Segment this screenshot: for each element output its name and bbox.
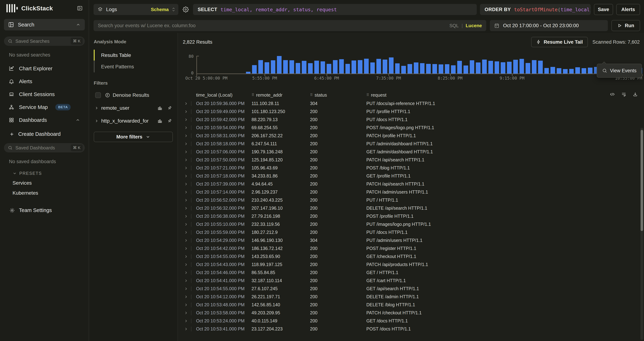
table-row[interactable]: Oct 20 10:57:39.000 PM4.94.64.45200PATCH… (183, 180, 638, 188)
table-row[interactable]: Oct 20 10:59:49.000 PM101.180.123.250200… (183, 108, 638, 116)
histogram-bar[interactable] (376, 59, 381, 74)
row-expand-chevron-icon[interactable] (184, 270, 188, 275)
histogram-bar[interactable] (408, 64, 412, 74)
histogram-bar[interactable] (302, 61, 306, 74)
histogram-bar[interactable] (327, 64, 331, 74)
mode-event-patterns[interactable]: Event Patterns (95, 61, 134, 72)
row-expand-chevron-icon[interactable] (184, 230, 188, 234)
histogram-bar[interactable] (389, 58, 394, 74)
sidebar-item-client-sessions[interactable]: Client Sessions (4, 88, 85, 101)
drag-handle-icon[interactable]: ⠿ (310, 93, 312, 97)
event-search-input[interactable]: Search your events w/ Lucene ex. column:… (94, 20, 486, 31)
source-settings-gear-icon[interactable] (182, 6, 190, 12)
filter-field-http-x-forwarded-for[interactable]: http_x_forwarded_for (94, 118, 173, 124)
row-expand-chevron-icon[interactable] (184, 126, 188, 130)
download-icon[interactable] (632, 92, 638, 97)
table-row[interactable]: Oct 20 10:56:52.000 PM210.240.43.225200P… (183, 196, 638, 204)
table-row[interactable]: Oct 20 10:59:42.000 PM88.220.79.13200PUT… (183, 116, 638, 124)
histogram-bar[interactable] (258, 60, 263, 74)
histogram-bar[interactable] (513, 60, 518, 74)
histogram-bar[interactable] (532, 60, 536, 74)
preset-item-kubernetes[interactable]: Kubernetes (12, 190, 85, 196)
histogram-bar[interactable] (271, 60, 276, 74)
pin-icon[interactable] (167, 106, 172, 110)
histogram-bar[interactable] (544, 68, 549, 74)
drag-handle-icon[interactable]: ⠿ (252, 93, 254, 97)
histogram-bar[interactable] (414, 62, 418, 74)
row-expand-chevron-icon[interactable] (184, 246, 188, 251)
row-expand-chevron-icon[interactable] (184, 182, 188, 186)
row-expand-chevron-icon[interactable] (184, 295, 188, 299)
source-selector[interactable]: Logs Schema (94, 4, 178, 15)
row-expand-chevron-icon[interactable] (184, 174, 188, 178)
table-row[interactable]: Oct 20 10:54:42.000 PM186.136.72.142200P… (183, 244, 638, 252)
histogram-bar[interactable] (290, 60, 294, 74)
histogram-bar[interactable] (246, 72, 250, 74)
row-expand-chevron-icon[interactable] (184, 166, 188, 170)
time-range-picker[interactable]: Oct 20 17:00:00 - Oct 20 23:00:00 (490, 20, 608, 31)
row-expand-chevron-icon[interactable] (184, 206, 188, 210)
row-expand-chevron-icon[interactable] (184, 319, 188, 323)
column-header-remote-addr[interactable]: ⠿remote_addr (252, 92, 310, 98)
order-by-input[interactable]: ORDER BY toStartOfMinute(time_local)D (480, 4, 591, 15)
histogram-bar[interactable] (395, 63, 400, 74)
sidebar-item-chart-explorer[interactable]: Chart Explorer (4, 62, 85, 75)
scrollbar-thumb[interactable] (640, 130, 643, 231)
table-row[interactable]: Oct 20 10:59:36.000 PM111.100.28.11304PU… (183, 100, 638, 108)
chevron-up-icon[interactable] (76, 22, 80, 27)
saved-searches-input[interactable]: Saved Searches ⌘ K (4, 36, 85, 46)
histogram-bar[interactable] (420, 63, 425, 74)
histogram-bar[interactable] (370, 62, 375, 74)
sidebar-item-search[interactable]: Search (4, 19, 85, 30)
row-expand-chevron-icon[interactable] (184, 142, 188, 146)
histogram-bar[interactable] (588, 68, 592, 74)
save-button[interactable]: Save (594, 4, 613, 15)
table-scrollbar[interactable] (640, 128, 643, 340)
histogram-bar[interactable] (308, 63, 313, 74)
histogram-bar[interactable] (575, 67, 580, 74)
histogram-bar[interactable] (346, 64, 350, 74)
sql-toggle[interactable]: SQL (449, 23, 459, 28)
presets-header[interactable]: PRESETS (12, 171, 85, 176)
chevron-right-icon[interactable] (94, 106, 99, 110)
row-expand-chevron-icon[interactable] (184, 102, 188, 106)
histogram-icon[interactable] (158, 118, 162, 124)
table-row[interactable]: Oct 20 10:57:18.000 PM34.233.81.86200GET… (183, 172, 638, 180)
histogram-bar[interactable] (464, 66, 468, 74)
histogram-bar[interactable] (358, 60, 362, 74)
resume-live-tail-button[interactable]: Resume Live Tail (531, 37, 588, 47)
table-row[interactable]: Oct 20 10:57:50.000 PM125.194.85.120200P… (183, 156, 638, 164)
histogram-bar[interactable] (283, 60, 288, 74)
table-row[interactable]: Oct 20 10:55:10.000 PM232.33.119.56200PU… (183, 220, 638, 228)
chevron-up-icon[interactable] (76, 118, 80, 122)
table-row[interactable]: Oct 20 10:55:59.000 PM180.27.212.9200PUT… (183, 228, 638, 236)
row-expand-chevron-icon[interactable] (184, 118, 188, 122)
row-expand-chevron-icon[interactable] (184, 150, 188, 154)
row-expand-chevron-icon[interactable] (184, 262, 188, 267)
row-expand-chevron-icon[interactable] (184, 327, 188, 331)
histogram-bar[interactable] (538, 61, 543, 74)
histogram-bar[interactable] (439, 64, 443, 74)
row-expand-chevron-icon[interactable] (184, 303, 188, 307)
column-header-time-local[interactable]: time_local (Local) (196, 92, 252, 98)
preset-item-services[interactable]: Services (12, 180, 85, 186)
column-header-status[interactable]: ⠿status (310, 92, 366, 98)
lucene-toggle[interactable]: Lucene (466, 23, 482, 28)
histogram-bar[interactable] (296, 63, 300, 74)
drag-handle-icon[interactable]: ⠿ (366, 93, 369, 97)
table-row[interactable]: Oct 20 10:54:55.000 PM27.6.107.245200GET… (183, 285, 638, 293)
language-toggle[interactable]: SQL | Lucene (449, 23, 482, 28)
histogram-bar[interactable] (563, 69, 568, 74)
run-button[interactable]: Run (612, 20, 640, 31)
filter-field-remote-user[interactable]: remote_user (94, 105, 173, 111)
table-row[interactable]: Oct 20 10:56:38.000 PM27.79.216.198200PO… (183, 212, 638, 220)
histogram-bar[interactable] (364, 59, 369, 74)
table-row[interactable]: Oct 20 10:57:06.000 PM190.79.136.248200G… (183, 148, 638, 156)
table-row[interactable]: Oct 20 10:57:14.000 PM2.96.129.237200PAT… (183, 188, 638, 196)
histogram-bar[interactable] (352, 60, 356, 74)
sidebar-item-service-map[interactable]: Service Map BETA (4, 101, 85, 114)
create-dashboard-button[interactable]: Create Dashboard (9, 131, 85, 137)
table-row[interactable]: Oct 20 10:58:18.000 PM6.247.54.111200PUT… (183, 140, 638, 148)
histogram-bar[interactable] (320, 61, 325, 74)
table-row[interactable]: Oct 20 10:54:55.000 PM143.253.65.90200GE… (183, 252, 638, 260)
